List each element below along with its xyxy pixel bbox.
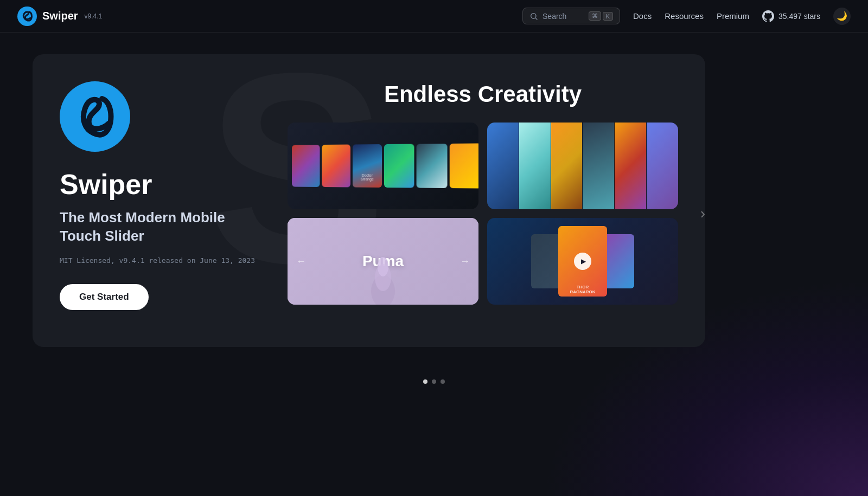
landscape-item-4 — [583, 123, 614, 209]
premium-link[interactable]: Premium — [717, 11, 749, 21]
search-button[interactable]: Search ⌘ K — [522, 8, 620, 24]
movie-strip: Doctor Strange — [288, 138, 478, 194]
logo-text: Swiper — [42, 10, 78, 22]
svg-point-1 — [531, 13, 536, 18]
k-key: K — [603, 12, 613, 21]
svg-point-6 — [378, 257, 388, 276]
github-stars[interactable]: 35,497 stars — [762, 10, 820, 22]
puma-hand-shape — [364, 256, 402, 305]
logo-link[interactable]: Swiper v9.4.1 — [17, 7, 102, 26]
hero-meta: MIT Licensed, v9.4.1 released on June 13… — [60, 256, 266, 265]
hero-left: Swiper The Most Modern Mobile Touch Slid… — [60, 81, 266, 314]
movie-thumb-5 — [417, 144, 448, 188]
demo-marvel-slider[interactable]: THORRAGNAROK — [487, 218, 678, 305]
demos-title: Endless Creativity — [288, 81, 678, 107]
dot-3[interactable] — [441, 379, 445, 384]
landscape-item-5 — [615, 123, 646, 209]
search-icon — [529, 12, 538, 21]
hero-dots — [0, 379, 868, 384]
github-icon — [762, 10, 774, 22]
cmd-key: ⌘ — [589, 11, 601, 21]
movie-thumb-4 — [384, 144, 414, 188]
demos-next-arrow[interactable]: › — [700, 205, 705, 222]
movie-thumb-2 — [322, 145, 350, 188]
movie-slider-inner: Doctor Strange — [288, 123, 478, 209]
docs-link[interactable]: Docs — [633, 11, 652, 21]
hero-title: Swiper — [60, 169, 266, 200]
puma-inner: ← Puma → — [288, 218, 478, 305]
swiper-logo-large — [60, 81, 130, 152]
landscape-item-2 — [519, 123, 551, 209]
movie-thumb-3: Doctor Strange — [353, 144, 382, 188]
landscape-item-1 — [487, 123, 519, 209]
demos-grid: Doctor Strange — [288, 123, 678, 305]
hero-right: Endless Creativity Doctor Strange — [266, 81, 678, 314]
landscape-item-3 — [551, 123, 583, 209]
swiper-logo-icon — [17, 7, 37, 26]
svg-point-3 — [60, 81, 130, 152]
stars-count: 35,497 stars — [778, 12, 820, 21]
landscape-strip — [487, 123, 678, 209]
hero-card: Swiper The Most Modern Mobile Touch Slid… — [33, 54, 705, 347]
svg-line-2 — [535, 18, 537, 20]
landscape-item-6 — [647, 123, 678, 209]
puma-next-arrow[interactable]: → — [460, 256, 470, 267]
demo-landscape-strip[interactable] — [487, 123, 678, 209]
marvel-inner: THORRAGNAROK — [487, 218, 678, 305]
dot-2[interactable] — [432, 379, 436, 384]
movie-thumb-6 — [450, 143, 478, 188]
dot-1[interactable] — [423, 379, 427, 384]
movie-thumb-1 — [292, 145, 320, 187]
demo-puma-slider[interactable]: ← Puma → — [288, 218, 478, 305]
svg-point-0 — [17, 7, 37, 26]
hero-subtitle: The Most Modern Mobile Touch Slider — [60, 209, 266, 246]
marvel-card-center: THORRAGNAROK — [558, 226, 607, 297]
version-badge: v9.4.1 — [85, 12, 103, 20]
main-content: Swiper The Most Modern Mobile Touch Slid… — [0, 33, 868, 369]
marvel-play-button[interactable] — [574, 253, 591, 270]
resources-link[interactable]: Resources — [665, 11, 704, 21]
theme-toggle[interactable]: 🌙 — [833, 8, 851, 25]
puma-prev-arrow[interactable]: ← — [296, 256, 306, 267]
demo-movie-slider[interactable]: Doctor Strange — [288, 123, 478, 209]
search-keyboard-shortcut: ⌘ K — [589, 11, 613, 21]
navbar: Swiper v9.4.1 Search ⌘ K Docs Resources … — [0, 0, 868, 33]
search-label: Search — [542, 12, 566, 21]
get-started-button[interactable]: Get Started — [60, 284, 149, 310]
